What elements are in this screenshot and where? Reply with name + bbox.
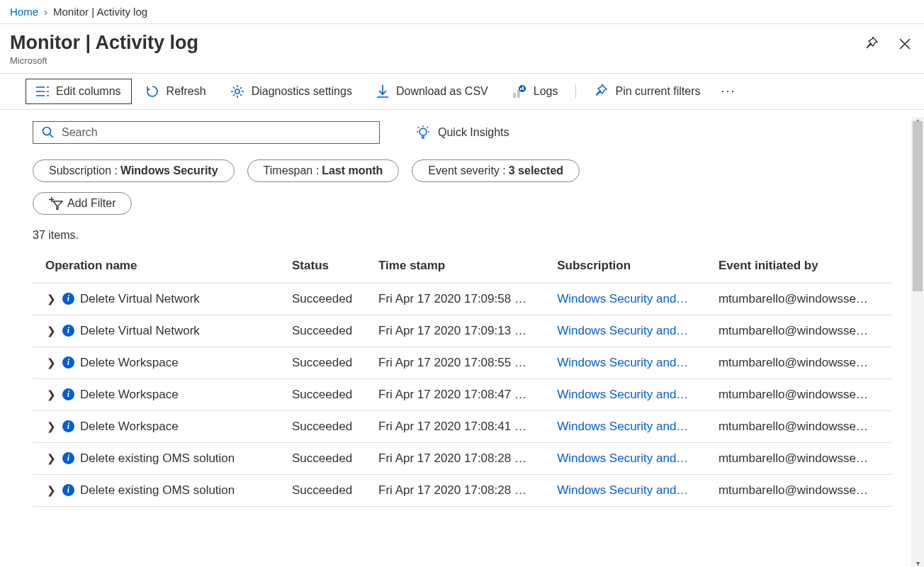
table-row[interactable]: ❯ i Delete Workspace Succeeded Fri Apr 1… (33, 378, 891, 410)
svg-point-6 (43, 127, 51, 135)
info-icon: i (62, 420, 74, 432)
pin-icon (864, 37, 879, 51)
operation-name: Delete existing OMS solution (80, 451, 235, 466)
diagnostics-settings-button[interactable]: Diagnostics settings (220, 78, 363, 105)
svg-point-0 (235, 89, 240, 94)
subscription-link[interactable]: Windows Security and… (557, 356, 688, 369)
initiated-by-cell: mtumbarello@windowsse… (719, 283, 891, 315)
subscription-link[interactable]: Windows Security and… (557, 292, 688, 305)
refresh-button[interactable]: Refresh (135, 78, 217, 105)
close-button[interactable] (896, 34, 914, 56)
timestamp-cell: Fri Apr 17 2020 17:09:13 … (378, 315, 557, 347)
quick-insights-button[interactable]: Quick Insights (415, 125, 509, 140)
column-initiated-by[interactable]: Event initiated by (719, 249, 891, 284)
timestamp-cell: Fri Apr 17 2020 17:08:28 … (378, 474, 557, 506)
expand-chevron-icon[interactable]: ❯ (45, 293, 57, 305)
timestamp-cell: Fri Apr 17 2020 17:09:58 … (378, 283, 557, 315)
expand-chevron-icon[interactable]: ❯ (45, 452, 57, 465)
info-icon: i (62, 357, 74, 369)
initiated-by-cell: mtumbarello@windowsse… (719, 378, 891, 410)
info-icon: i (62, 293, 74, 305)
status-cell: Succeeded (292, 442, 378, 474)
timestamp-cell: Fri Apr 17 2020 17:08:28 … (378, 442, 557, 474)
operation-name: Delete Virtual Network (80, 292, 200, 306)
expand-chevron-icon[interactable]: ❯ (45, 484, 57, 497)
status-cell: Succeeded (292, 410, 378, 442)
svg-rect-1 (513, 93, 516, 98)
filter-subscription[interactable]: Subscription : Windows Security (33, 159, 235, 182)
breadcrumb-home[interactable]: Home (10, 6, 38, 18)
toolbar: Edit columns Refresh Diagnostics setting… (0, 74, 924, 110)
filter-label: Event severity : (428, 164, 505, 177)
status-cell: Succeeded (292, 315, 378, 347)
add-filter-button[interactable]: Add Filter (33, 192, 132, 215)
expand-chevron-icon[interactable]: ❯ (45, 420, 57, 433)
expand-chevron-icon[interactable]: ❯ (45, 388, 57, 401)
initiated-by-cell: mtumbarello@windowsse… (719, 347, 891, 378)
scroll-down-arrow-icon[interactable]: ▾ (911, 559, 924, 567)
logs-button[interactable]: Logs (502, 78, 569, 105)
timestamp-cell: Fri Apr 17 2020 17:08:47 … (378, 378, 557, 410)
subscription-link[interactable]: Windows Security and… (557, 451, 688, 465)
table-row[interactable]: ❯ i Delete existing OMS solution Succeed… (33, 442, 891, 474)
filter-value: Windows Security (120, 164, 218, 177)
toolbar-label: Logs (534, 85, 558, 98)
svg-rect-4 (520, 88, 522, 90)
page-subtitle: Microsoft (10, 55, 198, 66)
expand-chevron-icon[interactable]: ❯ (45, 357, 57, 369)
logs-icon (512, 84, 526, 99)
search-box[interactable] (33, 121, 380, 144)
search-input[interactable] (62, 126, 371, 139)
subscription-link[interactable]: Windows Security and… (557, 324, 688, 337)
table-row[interactable]: ❯ i Delete Workspace Succeeded Fri Apr 1… (33, 347, 891, 378)
timestamp-cell: Fri Apr 17 2020 17:08:55 … (378, 347, 557, 378)
operation-name: Delete existing OMS solution (80, 483, 235, 498)
toolbar-separator (575, 84, 576, 99)
expand-chevron-icon[interactable]: ❯ (45, 325, 57, 337)
pin-button[interactable] (862, 34, 881, 56)
quick-insights-label: Quick Insights (438, 126, 509, 139)
filter-event-severity[interactable]: Event severity : 3 selected (412, 159, 580, 182)
toolbar-label: Pin current filters (615, 85, 700, 98)
column-subscription[interactable]: Subscription (557, 249, 719, 284)
subscription-link[interactable]: Windows Security and… (557, 420, 688, 433)
initiated-by-cell: mtumbarello@windowsse… (719, 474, 891, 506)
initiated-by-cell: mtumbarello@windowsse… (719, 410, 891, 442)
vertical-scrollbar[interactable]: ▴ ▾ (911, 117, 924, 567)
subscription-link[interactable]: Windows Security and… (557, 483, 688, 497)
svg-rect-2 (517, 90, 520, 98)
toolbar-label: Diagnostics settings (252, 85, 352, 98)
columns-icon (36, 86, 49, 97)
edit-columns-button[interactable]: Edit columns (26, 79, 132, 104)
table-row[interactable]: ❯ i Delete Virtual Network Succeeded Fri… (33, 283, 891, 315)
add-filter-label: Add Filter (67, 197, 116, 210)
download-csv-button[interactable]: Download as CSV (366, 78, 499, 105)
subscription-link[interactable]: Windows Security and… (557, 388, 688, 401)
add-filter-icon (49, 197, 63, 210)
toolbar-label: Download as CSV (396, 85, 488, 98)
download-icon (376, 84, 389, 99)
scrollbar-thumb[interactable] (913, 121, 923, 291)
toolbar-label: Refresh (167, 85, 206, 98)
column-operation[interactable]: Operation name (33, 249, 292, 284)
filter-timespan[interactable]: Timespan : Last month (247, 159, 400, 182)
table-row[interactable]: ❯ i Delete Virtual Network Succeeded Fri… (33, 315, 891, 347)
timestamp-cell: Fri Apr 17 2020 17:08:41 … (378, 410, 557, 442)
operation-name: Delete Virtual Network (80, 324, 200, 338)
table-row[interactable]: ❯ i Delete existing OMS solution Succeed… (33, 474, 891, 506)
lightbulb-icon (415, 125, 431, 140)
pin-current-filters-button[interactable]: Pin current filters (583, 78, 711, 105)
column-timestamp[interactable]: Time stamp (378, 249, 557, 284)
initiated-by-cell: mtumbarello@windowsse… (719, 442, 891, 474)
gear-icon (230, 84, 244, 99)
activity-log-table: Operation name Status Time stamp Subscri… (33, 249, 891, 507)
pin-icon (594, 84, 608, 99)
filter-value: Last month (322, 164, 383, 177)
filter-value: 3 selected (509, 164, 563, 177)
operation-name: Delete Workspace (80, 388, 179, 402)
status-cell: Succeeded (292, 283, 378, 315)
column-status[interactable]: Status (292, 249, 378, 284)
table-row[interactable]: ❯ i Delete Workspace Succeeded Fri Apr 1… (33, 410, 891, 442)
toolbar-more-button[interactable]: ··· (714, 79, 743, 103)
page-header: Monitor | Activity log Microsoft (0, 24, 924, 74)
